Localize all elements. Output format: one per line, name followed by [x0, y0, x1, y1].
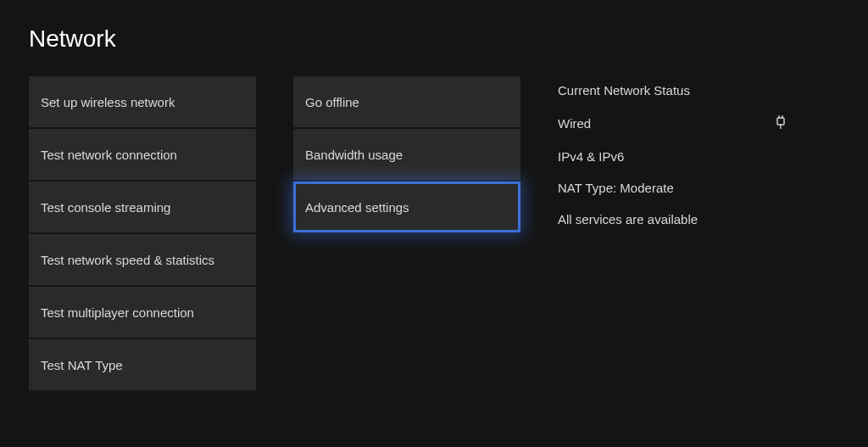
plug-icon — [775, 115, 787, 132]
status-ip-version: IPv4 & IPv6 — [558, 149, 839, 164]
menu-setup-wireless[interactable]: Set up wireless network — [29, 76, 256, 127]
status-connection-type: Wired — [558, 116, 591, 131]
menu-test-speed[interactable]: Test network speed & statistics — [29, 234, 256, 285]
left-menu: Set up wireless network Test network con… — [29, 76, 256, 390]
menu-label: Bandwidth usage — [305, 148, 403, 162]
menu-go-offline[interactable]: Go offline — [293, 76, 520, 127]
menu-label: Test network speed & statistics — [41, 253, 214, 267]
menu-advanced-settings[interactable]: Advanced settings — [293, 182, 520, 232]
menu-label: Advanced settings — [305, 200, 409, 215]
status-services: All services are available — [558, 212, 839, 226]
middle-menu: Go offline Bandwidth usage Advanced sett… — [293, 76, 520, 390]
menu-label: Test multiplayer connection — [41, 305, 194, 320]
page-title: Network — [29, 25, 839, 53]
menu-test-multiplayer[interactable]: Test multiplayer connection — [29, 287, 256, 338]
svg-rect-0 — [777, 118, 784, 125]
status-heading: Current Network Status — [558, 83, 839, 98]
menu-label: Test network connection — [41, 148, 177, 162]
status-nat-type: NAT Type: Moderate — [558, 181, 839, 195]
status-panel: Current Network Status Wired IPv4 & IPv6… — [558, 76, 839, 390]
menu-test-streaming[interactable]: Test console streaming — [29, 182, 256, 232]
menu-label: Test NAT Type — [41, 358, 123, 372]
menu-label: Test console streaming — [41, 200, 170, 215]
menu-bandwidth-usage[interactable]: Bandwidth usage — [293, 129, 520, 180]
menu-test-connection[interactable]: Test network connection — [29, 129, 256, 180]
menu-test-nat[interactable]: Test NAT Type — [29, 339, 256, 390]
menu-label: Go offline — [305, 95, 359, 109]
menu-label: Set up wireless network — [41, 95, 175, 109]
